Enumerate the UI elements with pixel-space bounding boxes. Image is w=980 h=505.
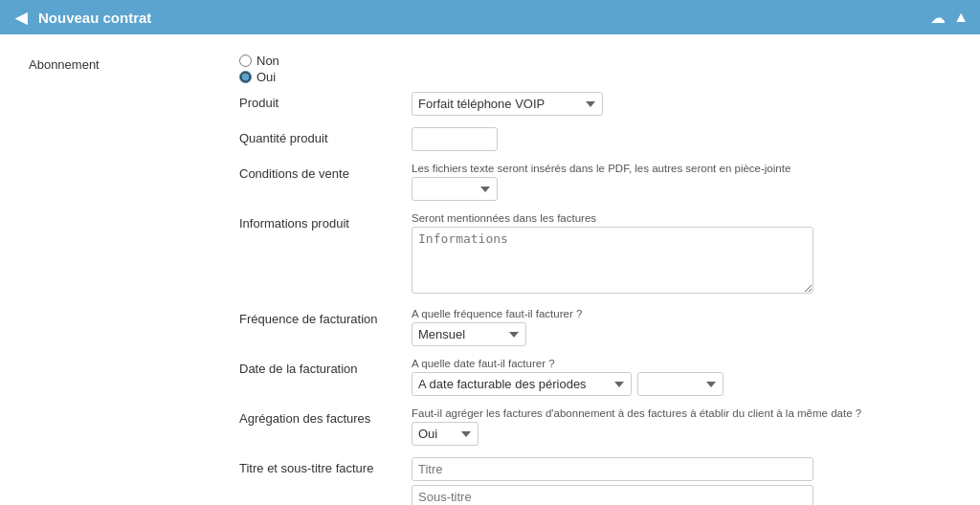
frequence-label: Fréquence de facturation	[239, 308, 412, 326]
user-icon[interactable]: ▲	[953, 9, 969, 26]
cloud-icon[interactable]: ☁	[930, 9, 946, 27]
produit-label: Produit	[239, 92, 412, 110]
date-row: Date de la facturation A quelle date fau…	[239, 358, 951, 396]
titre-row: Titre et sous-titre facture	[239, 457, 951, 505]
radio-oui-text: Oui	[256, 70, 276, 84]
conditions-row: Conditions de vente Les fichiers texte s…	[239, 163, 951, 201]
informations-label: Informations produit	[239, 212, 412, 231]
quantite-control	[412, 127, 951, 151]
conditions-control: Les fichiers texte seront insérés dans l…	[412, 163, 951, 201]
date-select1[interactable]: A date facturable des périodes	[412, 372, 632, 396]
titre-input[interactable]	[412, 457, 813, 481]
main-content: Abonnement Non Oui Produit	[0, 34, 980, 505]
radio-non-label[interactable]: Non	[239, 54, 951, 68]
informations-textarea[interactable]	[412, 227, 813, 294]
sous-titre-input[interactable]	[412, 485, 813, 505]
radio-group: Non Oui	[239, 54, 951, 84]
date-select2[interactable]	[637, 372, 724, 396]
agregation-label: Agrégation des factures	[239, 407, 412, 426]
agregation-select[interactable]: Oui Non	[412, 422, 479, 446]
agregation-control: Faut-il agréger les factures d'abonnemen…	[412, 407, 951, 446]
agregation-row: Agrégation des factures Faut-il agréger …	[239, 407, 951, 446]
abonnement-section: Abonnement Non Oui Produit	[29, 54, 951, 505]
header-right: ☁ ▲	[930, 9, 969, 27]
conditions-select[interactable]	[412, 177, 498, 201]
informations-row: Informations produit Seront mentionnées …	[239, 212, 951, 296]
abonnement-right: Non Oui Produit Forfait téléphone VOIP	[239, 54, 951, 505]
quantite-row: Quantité produit	[239, 127, 951, 151]
radio-oui[interactable]	[239, 71, 252, 83]
header: ◀ Nouveau contrat ☁ ▲	[0, 0, 980, 34]
produit-row: Produit Forfait téléphone VOIP	[239, 92, 951, 116]
frequence-select[interactable]: Mensuel	[412, 322, 526, 346]
radio-oui-label[interactable]: Oui	[239, 70, 951, 84]
frequence-control: A quelle fréquence faut-il facturer ? Me…	[412, 308, 951, 346]
titre-control	[412, 457, 951, 505]
date-selects: A date facturable des périodes	[412, 372, 951, 396]
titre-label: Titre et sous-titre facture	[239, 457, 412, 475]
conditions-hint: Les fichiers texte seront insérés dans l…	[412, 163, 951, 174]
produit-control: Forfait téléphone VOIP	[412, 92, 951, 116]
date-hint: A quelle date faut-il facturer ?	[412, 358, 951, 369]
header-left: ◀ Nouveau contrat	[11, 8, 151, 27]
radio-non[interactable]	[239, 55, 252, 67]
agregation-hint: Faut-il agréger les factures d'abonnemen…	[412, 407, 951, 419]
quantite-input[interactable]	[412, 127, 498, 151]
informations-control: Seront mentionnées dans les factures	[412, 212, 951, 296]
frequence-row: Fréquence de facturation A quelle fréque…	[239, 308, 951, 346]
date-label: Date de la facturation	[239, 358, 412, 376]
sub-form: Produit Forfait téléphone VOIP Quantité …	[239, 92, 951, 505]
abonnement-label: Abonnement	[29, 54, 239, 505]
back-icon[interactable]: ◀	[11, 8, 31, 27]
conditions-label: Conditions de vente	[239, 163, 412, 181]
date-control: A quelle date faut-il facturer ? A date …	[412, 358, 951, 396]
frequence-hint: A quelle fréquence faut-il facturer ?	[412, 308, 951, 319]
page-title: Nouveau contrat	[38, 10, 151, 26]
radio-non-text: Non	[256, 54, 279, 68]
produit-select[interactable]: Forfait téléphone VOIP	[412, 92, 603, 116]
quantite-label: Quantité produit	[239, 127, 412, 145]
informations-hint: Seront mentionnées dans les factures	[412, 212, 951, 224]
